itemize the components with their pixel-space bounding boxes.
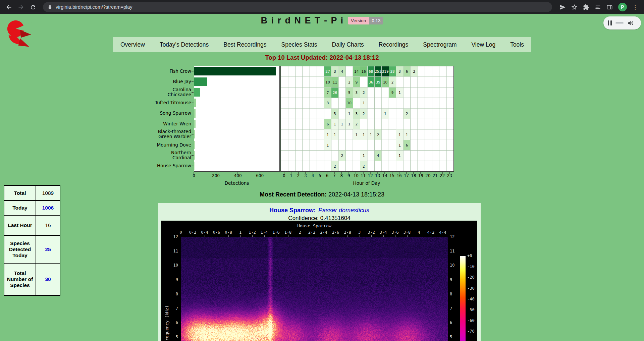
spectrogram-time-tick: 2·6 bbox=[332, 230, 339, 235]
nav-item-today-s-detections[interactable]: Today's Detections bbox=[158, 41, 211, 48]
spectrogram-time-tick: 1·6 bbox=[272, 230, 280, 235]
detection-title: House Sparrow:Passer domesticus bbox=[158, 203, 481, 214]
detection-species[interactable]: House Sparrow: bbox=[269, 207, 316, 214]
nav-item-overview[interactable]: Overview bbox=[118, 41, 147, 48]
recent-value: 2022-04-13 18:15:23 bbox=[328, 191, 384, 198]
browser-back-button[interactable] bbox=[3, 2, 14, 12]
side-panel-icon[interactable] bbox=[606, 4, 613, 10]
detections-bar bbox=[194, 162, 195, 170]
volume-icon[interactable] bbox=[627, 20, 634, 26]
heatmap-cell: 319 bbox=[382, 66, 388, 76]
axis-tick bbox=[395, 235, 395, 237]
axis-tick bbox=[288, 235, 288, 237]
page-header: B i r d N E T - P i Version 0.13 bbox=[0, 15, 644, 26]
most-recent-detection: Most Recent Detection: 2022-04-13 18:15:… bbox=[0, 191, 644, 198]
heatmap-cell: 14 bbox=[353, 66, 360, 76]
stats-value[interactable]: 1006 bbox=[36, 201, 60, 215]
send-icon[interactable] bbox=[559, 4, 566, 10]
audio-progress-bar[interactable] bbox=[615, 22, 624, 23]
heatmap-cell: 1 bbox=[353, 129, 360, 139]
nav-item-spectrogram[interactable]: Spectrogram bbox=[421, 41, 459, 48]
axis-tick bbox=[192, 134, 194, 134]
axis-tick bbox=[443, 235, 443, 237]
heatmap-cell: 1 bbox=[346, 109, 353, 119]
nav-item-tools[interactable]: Tools bbox=[508, 41, 526, 48]
top10-heading: Top 10 Last Updated: 2022-04-13 18:12 bbox=[0, 54, 644, 61]
spectrogram-freq-tick: 7 bbox=[450, 306, 465, 311]
axis-tick bbox=[276, 235, 276, 237]
axis-tick bbox=[431, 235, 431, 237]
extensions-icon[interactable] bbox=[583, 4, 589, 10]
heatmap-cell: 1 bbox=[396, 88, 403, 98]
axis-tick-label: 600 bbox=[256, 173, 264, 178]
heatmap-cell: 9 bbox=[389, 88, 396, 98]
browser-address-bar[interactable]: virginia.birdnetpi.com/?stream=play bbox=[43, 2, 552, 12]
nav-item-best-recordings[interactable]: Best Recordings bbox=[221, 41, 268, 48]
heatmap-cell: 10 bbox=[382, 77, 388, 87]
axis-tick bbox=[193, 235, 193, 237]
axis-tick bbox=[300, 235, 300, 237]
stats-table: Total1089Today1006Last Hour16Species Det… bbox=[4, 185, 60, 296]
browser-chrome: virginia.birdnetpi.com/?stream=play P ⋮ bbox=[0, 0, 644, 14]
bookmark-star-icon[interactable] bbox=[571, 4, 578, 10]
axis-tick-label: 13 bbox=[375, 173, 380, 178]
spectrogram-time-tick: 4·4 bbox=[439, 230, 446, 235]
heatmap-cell: 1 bbox=[396, 129, 403, 139]
heatmap-cell: 2 bbox=[331, 161, 338, 171]
colorbar-tick: -40 bbox=[467, 297, 475, 301]
forward-arrow-icon bbox=[17, 4, 24, 11]
browser-toolbar-icons: P ⋮ bbox=[557, 3, 641, 11]
detection-scientific-name[interactable]: Passer domesticus bbox=[318, 207, 369, 214]
spectrogram-time-tick: 2·8 bbox=[344, 230, 351, 235]
axis-tick bbox=[336, 235, 336, 237]
browser-reload-button[interactable] bbox=[28, 2, 38, 12]
profile-avatar[interactable]: P bbox=[618, 3, 627, 11]
species-label: Song Sparrow bbox=[0, 111, 191, 116]
axis-tick-label: 4 bbox=[312, 173, 314, 178]
detections-bar bbox=[194, 120, 196, 128]
axis-tick bbox=[181, 235, 181, 237]
axis-tick-label: 15 bbox=[389, 173, 394, 178]
detections-bar bbox=[194, 67, 276, 75]
audio-player[interactable] bbox=[603, 16, 641, 30]
detections-bar bbox=[194, 141, 195, 149]
spectrogram-time-tick: 0·4 bbox=[201, 230, 208, 235]
spectrogram-time-tick: 0·8 bbox=[225, 230, 232, 235]
version-badge-label: Version bbox=[348, 17, 369, 24]
stats-value[interactable]: 30 bbox=[36, 263, 60, 295]
reading-list-icon[interactable] bbox=[595, 4, 601, 10]
main-nav: OverviewToday's DetectionsBest Recording… bbox=[113, 37, 531, 52]
stats-value[interactable]: 25 bbox=[36, 235, 60, 263]
axis-tick-label: 6 bbox=[326, 173, 329, 178]
detections-bar bbox=[194, 99, 196, 107]
pause-button[interactable] bbox=[608, 20, 612, 25]
heatmap-cell: 1 bbox=[382, 109, 388, 119]
detections-bar bbox=[194, 151, 195, 160]
nav-item-species-stats[interactable]: Species Stats bbox=[279, 41, 319, 48]
nav-item-recordings[interactable]: Recordings bbox=[377, 41, 411, 48]
stats-label: Total Number of Species bbox=[4, 263, 36, 295]
back-arrow-icon bbox=[5, 4, 12, 11]
spectrogram-time-tick: 1·4 bbox=[261, 230, 268, 235]
spectrogram-title: House Sparrow bbox=[181, 223, 448, 228]
url-text: virginia.birdnetpi.com/?stream=play bbox=[56, 4, 132, 10]
detections-bar bbox=[194, 109, 196, 118]
heatmap-cell: 2 bbox=[375, 129, 381, 139]
browser-forward-button[interactable] bbox=[15, 2, 26, 12]
stats-row: Total Number of Species30 bbox=[4, 263, 60, 295]
heatmap-cell: 7 bbox=[324, 88, 331, 98]
browser-menu-icon[interactable]: ⋮ bbox=[632, 4, 638, 10]
axis-tick bbox=[192, 113, 194, 113]
nav-item-view-log[interactable]: View Log bbox=[469, 41, 497, 48]
heatmap-cell: 1 bbox=[339, 119, 345, 129]
version-badge[interactable]: Version 0.13 bbox=[348, 17, 383, 24]
detections-bar bbox=[194, 88, 200, 97]
birdnet-pi-logo[interactable] bbox=[4, 18, 40, 51]
profile-letter: P bbox=[621, 4, 624, 10]
species-label: Winter Wren bbox=[0, 121, 191, 126]
axis-tick bbox=[371, 235, 372, 237]
nav-item-daily-charts[interactable]: Daily Charts bbox=[330, 41, 366, 48]
axis-tick bbox=[347, 235, 348, 237]
spectrogram-freq-tick: 10 bbox=[161, 263, 178, 268]
axis-tick bbox=[192, 103, 194, 103]
